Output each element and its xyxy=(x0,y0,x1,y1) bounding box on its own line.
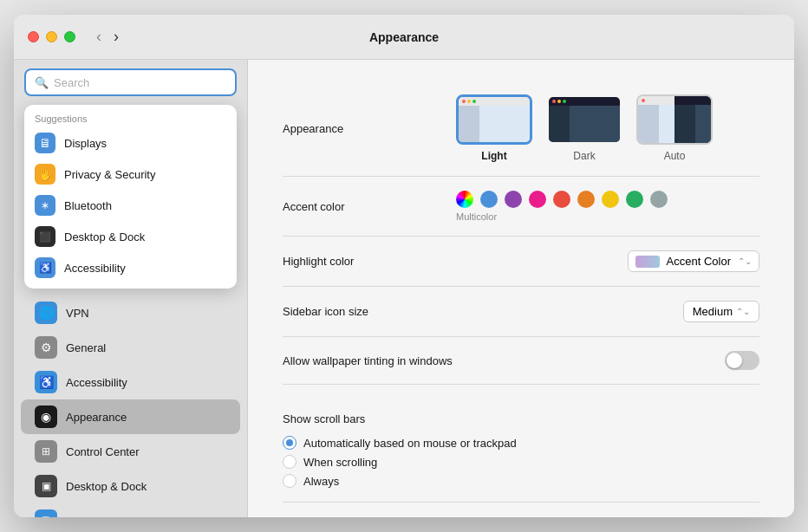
sidebar-icon-size-value: Medium xyxy=(693,305,733,318)
forward-button[interactable]: › xyxy=(110,28,122,46)
appearance-icon: ◉ xyxy=(35,405,57,428)
accent-gray[interactable] xyxy=(650,191,668,208)
control-center-icon: ⊞ xyxy=(35,440,57,463)
auto-sidebar-l xyxy=(638,105,659,143)
suggestion-privacy-label: Privacy & Security xyxy=(64,168,155,181)
sidebar-item-control-center[interactable]: ⊞ Control Center xyxy=(21,434,240,469)
wallpaper-tinting-control xyxy=(456,351,759,370)
sidebar-nav: 🌐 VPN ⚙ General ♿ Accessibility ◉ Appear… xyxy=(14,289,247,517)
dark-thumb-dot-green xyxy=(563,100,566,103)
accent-color-label: Accent color xyxy=(283,200,456,213)
close-button[interactable] xyxy=(28,31,39,42)
sidebar-item-displays-label: Displays xyxy=(66,515,108,518)
appearance-option-auto[interactable]: Auto xyxy=(636,94,713,162)
search-box[interactable]: 🔍 Search xyxy=(24,68,237,96)
scroll-always-radio[interactable] xyxy=(283,474,296,488)
accent-color-control: Multicolor xyxy=(456,191,759,222)
scroll-always-label: Always xyxy=(303,475,339,488)
back-button[interactable]: ‹ xyxy=(93,28,105,46)
suggestion-desktop-dock[interactable]: ⬛ Desktop & Dock xyxy=(24,221,237,252)
traffic-lights xyxy=(28,31,75,42)
click-scroll-bar-section: Click in the scroll bar to Jump to the n… xyxy=(283,503,759,517)
accent-blue[interactable] xyxy=(480,191,498,208)
content-area: Appearance xyxy=(248,60,794,517)
accent-multicolor[interactable] xyxy=(456,191,473,208)
search-icon: 🔍 xyxy=(35,76,49,89)
accent-purple[interactable] xyxy=(505,191,522,208)
sidebar-item-accessibility-label: Accessibility xyxy=(66,376,127,389)
window-title: Appearance xyxy=(369,30,439,44)
bluetooth-icon: ∗ xyxy=(35,195,55,216)
wallpaper-tinting-label: Allow wallpaper tinting in windows xyxy=(283,354,456,367)
auto-main-d xyxy=(695,105,711,143)
scroll-auto-radio[interactable] xyxy=(283,436,296,450)
scroll-always-option[interactable]: Always xyxy=(283,474,759,488)
suggestion-accessibility[interactable]: ♿ Accessibility xyxy=(24,252,237,283)
auto-sidebar-d xyxy=(674,105,695,143)
accent-pink[interactable] xyxy=(529,191,546,208)
suggestion-displays-label: Displays xyxy=(64,137,107,150)
accessibility-sug-icon: ♿ xyxy=(35,257,55,278)
suggestions-label: Suggestions xyxy=(24,110,237,127)
sidebar-icon-size-control: Medium ⌃⌄ xyxy=(456,301,759,322)
privacy-icon: ✋ xyxy=(35,164,55,185)
color-dots-row xyxy=(456,191,668,208)
accent-green[interactable] xyxy=(626,191,643,208)
light-thumb-main xyxy=(479,106,530,142)
scroll-bars-section: Show scroll bars Automatically based on … xyxy=(283,385,759,503)
suggestion-privacy[interactable]: ✋ Privacy & Security xyxy=(24,159,237,190)
scroll-scrolling-option[interactable]: When scrolling xyxy=(283,455,759,469)
wallpaper-tinting-row: Allow wallpaper tinting in windows xyxy=(283,337,759,385)
wallpaper-tinting-toggle[interactable] xyxy=(725,351,759,370)
displays-nav-icon: 🖥 xyxy=(35,509,57,517)
dark-thumb xyxy=(546,94,622,145)
suggestion-desktop-dock-label: Desktop & Dock xyxy=(64,230,145,243)
dark-thumb-main xyxy=(570,106,620,142)
suggestion-displays[interactable]: 🖥 Displays xyxy=(24,127,237,159)
appearance-option-light[interactable]: Light xyxy=(456,94,532,162)
sidebar-item-control-center-label: Control Center xyxy=(66,445,140,458)
search-input[interactable]: Search xyxy=(54,76,226,89)
thumb-dot-yellow xyxy=(467,100,471,103)
thumb-dot-red xyxy=(462,100,466,103)
sidebar-icon-size-row: Sidebar icon size Medium ⌃⌄ xyxy=(283,287,759,337)
light-thumb xyxy=(456,94,532,145)
minimize-button[interactable] xyxy=(46,31,57,42)
vpn-icon: 🌐 xyxy=(35,302,57,324)
sidebar-item-desktop-dock[interactable]: ▣ Desktop & Dock xyxy=(21,469,240,503)
highlight-selector[interactable]: Accent Color ⌃⌄ xyxy=(628,250,759,272)
highlight-chevron-icon: ⌃⌄ xyxy=(738,256,752,266)
suggestion-bluetooth[interactable]: ∗ Bluetooth xyxy=(24,190,237,221)
sidebar-icon-size-selector[interactable]: Medium ⌃⌄ xyxy=(683,301,759,322)
accent-red[interactable] xyxy=(553,191,570,208)
suggestions-dropdown: Suggestions 🖥 Displays ✋ Privacy & Secur… xyxy=(24,105,237,289)
accent-yellow[interactable] xyxy=(602,191,619,208)
accent-orange[interactable] xyxy=(577,191,595,208)
accent-sublabel: Multicolor xyxy=(456,211,668,222)
title-bar: ‹ › Appearance xyxy=(14,15,794,60)
scroll-bars-label: Show scroll bars xyxy=(283,399,759,429)
appearance-options: Light xyxy=(456,94,713,162)
appearance-option-dark[interactable]: Dark xyxy=(546,94,622,162)
sidebar-item-appearance[interactable]: ◉ Appearance xyxy=(21,399,240,434)
general-icon: ⚙ xyxy=(35,336,57,359)
suggestion-bluetooth-label: Bluetooth xyxy=(64,199,112,212)
desktop-dock-nav-icon: ▣ xyxy=(35,475,57,497)
thumb-dot-green xyxy=(472,100,476,103)
sidebar-item-general[interactable]: ⚙ General xyxy=(21,330,240,365)
scroll-auto-option[interactable]: Automatically based on mouse or trackpad xyxy=(283,436,759,450)
light-thumb-sidebar xyxy=(459,106,479,142)
search-container: 🔍 Search xyxy=(14,60,247,105)
sidebar-item-displays[interactable]: 🖥 Displays xyxy=(21,503,240,517)
auto-thumb xyxy=(636,94,713,145)
appearance-control: Light xyxy=(456,94,759,162)
sidebar-item-desktop-dock-label: Desktop & Dock xyxy=(66,480,147,493)
scroll-scrolling-radio[interactable] xyxy=(283,455,296,469)
sidebar-item-accessibility[interactable]: ♿ Accessibility xyxy=(21,365,240,399)
dark-thumb-dot-yellow xyxy=(557,100,561,103)
suggestion-accessibility-label: Accessibility xyxy=(64,262,126,275)
highlight-value: Accent Color xyxy=(667,255,731,268)
auto-main-l xyxy=(659,105,674,143)
maximize-button[interactable] xyxy=(64,31,75,42)
sidebar-item-vpn[interactable]: 🌐 VPN xyxy=(21,295,240,330)
